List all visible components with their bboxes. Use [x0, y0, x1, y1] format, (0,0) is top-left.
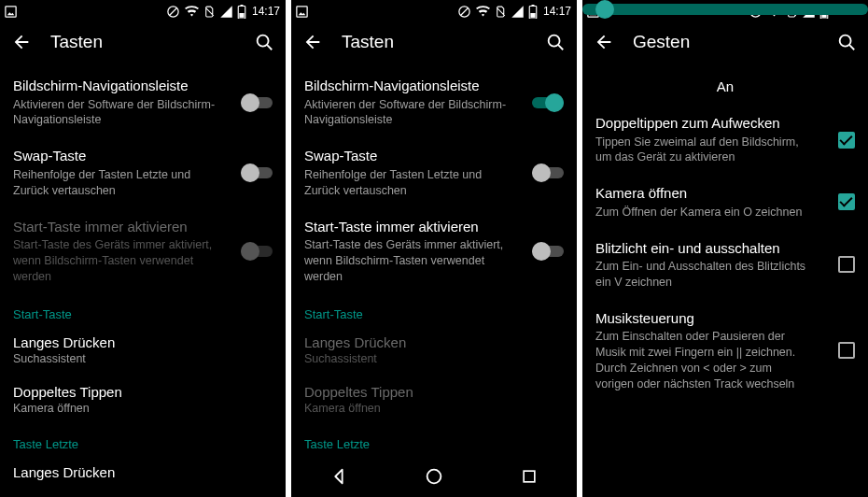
nosim-icon [495, 5, 507, 19]
setting-swap[interactable]: Swap-Taste Reihenfolge der Tasten Letzte… [0, 137, 286, 207]
category-cat-letzte: Taste Letzte [0, 424, 286, 455]
setting-navleiste[interactable]: Bildschirm-Navigationsleiste Aktivieren … [0, 67, 286, 137]
wifi-icon [475, 5, 491, 19]
setting-startimmer: Start-Taste immer aktivieren Start-Taste… [0, 208, 286, 294]
toggle-startimmer[interactable] [532, 242, 564, 261]
svg-line-2 [170, 7, 177, 15]
setting-doppeltippen[interactable]: Doppeltippen zum Aufwecken Tippen Sie zw… [582, 105, 868, 175]
back-button[interactable] [302, 32, 323, 52]
setting-title: Langes Drücken [13, 464, 273, 480]
setting-doppel[interactable]: Doppeltes Tippen Kamera öffnen [0, 375, 286, 424]
svg-rect-17 [524, 471, 535, 482]
page-title: Tasten [342, 32, 545, 52]
status-time: 14:17 [543, 5, 571, 18]
screen-gesten: 14:17 Gesten An Doppeltippen zum Aufweck… [582, 0, 868, 497]
status-time: 14:17 [252, 5, 280, 18]
setting-title: Langes Drücken [13, 334, 273, 350]
nav-home-button[interactable] [424, 466, 444, 487]
svg-point-14 [549, 36, 560, 47]
setting-subtitle: Suchassistent [13, 352, 273, 365]
svg-point-24 [840, 36, 851, 47]
setting-kamera[interactable]: Kamera öffnen Zum Öffnen der Kamera ein … [582, 175, 868, 229]
nav-back-button[interactable] [329, 466, 349, 487]
battery-icon [528, 5, 538, 19]
master-toggle[interactable] [823, 77, 855, 95]
setting-langes[interactable]: Langes Drücken Suchassistent [0, 325, 286, 375]
setting-title: Swap-Taste [304, 147, 564, 165]
checkbox-blitz[interactable] [838, 256, 855, 273]
picture-icon [295, 5, 309, 19]
toggle-swap[interactable] [532, 163, 564, 182]
setting-startimmer[interactable]: Start-Taste immer aktivieren Start-Taste… [291, 208, 577, 294]
setting-subtitle: Start-Taste des Geräts immer aktiviert, … [13, 237, 273, 285]
search-button[interactable] [254, 32, 274, 52]
category-cat-start: Start-Taste [291, 294, 577, 325]
master-toggle-label: An [627, 78, 823, 94]
svg-rect-4 [240, 5, 243, 7]
page-title: Tasten [50, 32, 254, 52]
svg-rect-8 [297, 6, 307, 16]
status-bar: 14:17 [0, 0, 286, 21]
nav-recent-button[interactable] [519, 466, 539, 487]
category-cat-letzte: Taste Letzte [291, 424, 577, 455]
checkbox-musik[interactable] [838, 342, 855, 359]
svg-line-10 [461, 7, 469, 15]
picture-icon [4, 5, 18, 19]
setting-title: Blitzlicht ein- und ausschalten [595, 239, 855, 258]
status-bar: 14:17 [291, 0, 577, 21]
svg-rect-0 [6, 6, 16, 16]
navigation-bar [291, 456, 577, 497]
setting-title: Doppeltes Tippen [304, 384, 564, 400]
setting-title: Doppeltippen zum Aufwecken [595, 114, 855, 133]
back-button[interactable] [594, 32, 614, 52]
checkbox-doppeltippen[interactable] [838, 132, 855, 149]
setting-langes2[interactable]: Langes Drücken [0, 455, 286, 490]
svg-point-16 [427, 470, 441, 484]
setting-navleiste[interactable]: Bildschirm-Navigationsleiste Aktivieren … [291, 67, 577, 137]
setting-title: Langes Drücken [304, 334, 564, 350]
wifi-icon [184, 5, 200, 19]
setting-subtitle: Zum Einschalten oder Pausieren der Musik… [595, 329, 855, 392]
setting-subtitle: Kamera öffnen [304, 402, 564, 415]
master-toggle-row[interactable]: An [582, 67, 868, 105]
settings-list: Bildschirm-Navigationsleiste Aktivieren … [291, 64, 577, 496]
category-cat-start: Start-Taste [0, 294, 286, 325]
setting-subtitle: Zum Ein- und Ausschalten des Blitzlichts… [595, 259, 855, 291]
setting-title: Swap-Taste [13, 147, 273, 165]
back-button[interactable] [11, 32, 32, 52]
signal-icon [219, 5, 233, 19]
setting-subtitle: Aktivieren der Software der Bildschirm-N… [13, 97, 273, 129]
setting-subtitle: Tippen Sie zweimal auf den Bildschirm, u… [595, 135, 855, 166]
svg-rect-12 [531, 5, 534, 7]
nosim-icon [203, 5, 216, 19]
prohibit-icon [166, 5, 180, 19]
setting-musik[interactable]: Musiksteuerung Zum Einschalten oder Paus… [582, 300, 868, 402]
battery-icon [237, 5, 246, 19]
toggle-navleiste[interactable] [241, 93, 273, 112]
setting-subtitle: Reihenfolge der Tasten Letzte und Zurück… [304, 167, 564, 199]
screen-tasten-off: 14:17 Tasten Bildschirm-Navigationsleist… [0, 0, 286, 497]
settings-list: Bildschirm-Navigationsleiste Aktivieren … [0, 64, 286, 490]
svg-point-6 [258, 36, 269, 47]
setting-subtitle: Kamera öffnen [13, 402, 273, 415]
toggle-navleiste[interactable] [532, 93, 564, 112]
svg-rect-5 [239, 13, 244, 18]
app-bar: Tasten [291, 21, 577, 64]
svg-line-25 [849, 45, 854, 50]
setting-subtitle: Zum Öffnen der Kamera ein O zeichnen [595, 205, 855, 220]
setting-subtitle: Start-Taste des Geräts immer aktiviert, … [304, 237, 564, 285]
svg-rect-13 [530, 13, 535, 18]
search-button[interactable] [836, 32, 857, 52]
svg-line-7 [267, 45, 272, 50]
setting-doppel: Doppeltes Tippen Kamera öffnen [291, 375, 577, 424]
setting-blitz[interactable]: Blitzlicht ein- und ausschalten Zum Ein-… [582, 230, 868, 300]
app-bar: Tasten [0, 21, 286, 64]
toggle-swap[interactable] [241, 163, 273, 182]
setting-swap[interactable]: Swap-Taste Reihenfolge der Tasten Letzte… [291, 137, 577, 207]
search-button[interactable] [545, 32, 566, 52]
setting-title: Kamera öffnen [595, 184, 855, 203]
setting-subtitle: Aktivieren der Software der Bildschirm-N… [304, 97, 564, 129]
setting-title: Bildschirm-Navigationsleiste [13, 77, 273, 95]
setting-title: Start-Taste immer aktivieren [304, 218, 564, 236]
checkbox-kamera[interactable] [838, 193, 855, 210]
